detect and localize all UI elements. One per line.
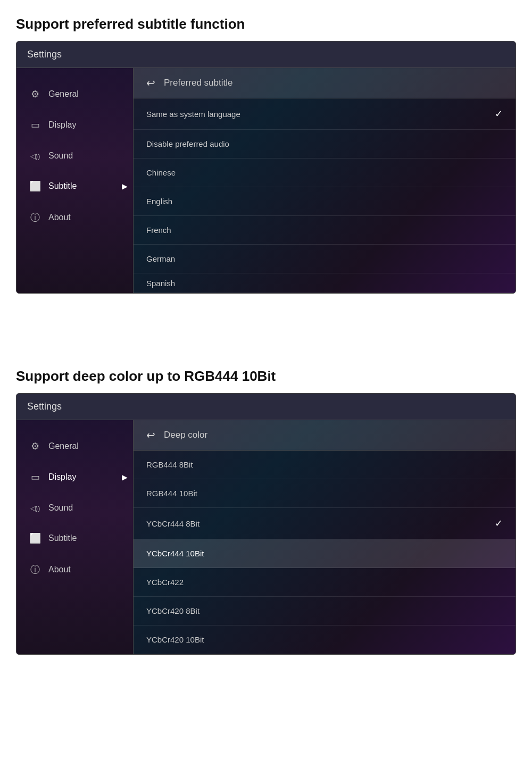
right-panel-1: ↩ Preferred subtitle Same as system lang… [134, 68, 516, 293]
settings-header-2: Settings [16, 394, 516, 420]
option-list-1: Same as system language Disable preferre… [134, 98, 516, 293]
chevron-right-icon-1: ▶ [122, 182, 128, 190]
back-button-1[interactable]: ↩ [146, 77, 155, 89]
option-list-2: RGB444 8Bit RGB444 10Bit YCbCr444 8Bit Y… [134, 451, 516, 654]
back-button-2[interactable]: ↩ [146, 429, 155, 441]
sidebar-item-sound-1[interactable]: Sound [16, 140, 133, 171]
option-label-s2-0: RGB444 8Bit [146, 460, 193, 469]
gear-icon-1 [29, 88, 41, 100]
about-icon-1 [29, 211, 41, 224]
section1: Support preferred subtitle function Sett… [16, 16, 516, 294]
option-rgb444-10bit[interactable]: RGB444 10Bit [134, 479, 516, 508]
sidebar-label-about-2: About [48, 565, 71, 574]
option-ycbcr420-10bit[interactable]: YCbCr420 10Bit [134, 625, 516, 654]
option-label-4: French [146, 226, 171, 235]
section2: Support deep color up to RGB444 10Bit Se… [16, 368, 516, 655]
settings-body-1: General Display Sound Subtitle ▶ A [16, 68, 516, 293]
sidebar-label-general-2: General [48, 441, 79, 451]
sidebar-label-general-1: General [48, 89, 79, 99]
sidebar-item-display-2[interactable]: Display ▶ [16, 462, 133, 493]
option-label-6: Spanish [146, 279, 175, 288]
settings-panel-1: Settings General Display Sound [16, 41, 516, 294]
about-icon-2 [29, 563, 41, 576]
sound-icon-1 [29, 150, 41, 161]
sound-icon-2 [29, 502, 41, 513]
option-label-s2-5: YCbCr420 8Bit [146, 606, 200, 615]
option-disable-preferred[interactable]: Disable preferred audio [134, 130, 516, 159]
option-label-1: Disable preferred audio [146, 139, 229, 148]
right-panel-title-1: Preferred subtitle [164, 78, 232, 88]
settings-header-label-2: Settings [27, 401, 62, 412]
option-label-s2-1: RGB444 10Bit [146, 489, 197, 498]
sidebar-label-sound-2: Sound [48, 503, 73, 513]
right-panel-header-1: ↩ Preferred subtitle [134, 68, 516, 98]
settings-header-label-1: Settings [27, 49, 62, 60]
option-label-0: Same as system language [146, 110, 240, 119]
settings-panel-2: Settings General Display ▶ Sound [16, 393, 516, 655]
right-panel-2: ↩ Deep color RGB444 8Bit RGB444 10Bit YC… [134, 420, 516, 654]
option-ycbcr422[interactable]: YCbCr422 [134, 568, 516, 597]
option-label-3: English [146, 197, 172, 206]
sidebar-item-general-2[interactable]: General [16, 431, 133, 462]
option-spanish[interactable]: Spanish [134, 273, 516, 293]
right-panel-title-2: Deep color [164, 430, 207, 440]
option-rgb444-8bit[interactable]: RGB444 8Bit [134, 451, 516, 479]
sidebar-item-about-2[interactable]: About [16, 554, 133, 586]
chevron-right-icon-2: ▶ [122, 473, 128, 481]
display-icon-1 [29, 119, 41, 131]
sidebar-label-display-1: Display [48, 120, 76, 130]
subtitle-icon-2 [29, 532, 41, 544]
section1-title: Support preferred subtitle function [16, 16, 516, 32]
option-german[interactable]: German [134, 245, 516, 273]
sidebar-item-general-1[interactable]: General [16, 79, 133, 110]
option-english[interactable]: English [134, 187, 516, 216]
option-ycbcr444-8bit[interactable]: YCbCr444 8Bit [134, 508, 516, 539]
right-panel-header-2: ↩ Deep color [134, 420, 516, 451]
option-ycbcr444-10bit[interactable]: YCbCr444 10Bit [134, 539, 516, 568]
option-label-2: Chinese [146, 168, 176, 177]
sidebar-label-display-2: Display [48, 472, 76, 482]
sidebar-label-subtitle-2: Subtitle [48, 533, 77, 543]
option-ycbcr420-8bit[interactable]: YCbCr420 8Bit [134, 597, 516, 625]
subtitle-icon-1 [29, 180, 41, 192]
option-label-s2-3: YCbCr444 10Bit [146, 549, 204, 558]
option-label-s2-6: YCbCr420 10Bit [146, 635, 204, 644]
option-chinese[interactable]: Chinese [134, 159, 516, 187]
settings-body-2: General Display ▶ Sound Subtitle A [16, 420, 516, 654]
sidebar-item-subtitle-1[interactable]: Subtitle ▶ [16, 171, 133, 202]
sidebar-2: General Display ▶ Sound Subtitle A [16, 420, 134, 654]
sidebar-item-sound-2[interactable]: Sound [16, 493, 133, 523]
sidebar-label-about-1: About [48, 213, 71, 222]
option-label-s2-2: YCbCr444 8Bit [146, 519, 200, 528]
option-french[interactable]: French [134, 216, 516, 245]
sidebar-item-about-1[interactable]: About [16, 202, 133, 233]
sidebar-item-display-1[interactable]: Display [16, 110, 133, 140]
section2-title: Support deep color up to RGB444 10Bit [16, 368, 516, 385]
display-icon-2 [29, 471, 41, 483]
sidebar-label-sound-1: Sound [48, 151, 73, 161]
sidebar-label-subtitle-1: Subtitle [48, 181, 77, 191]
option-label-5: German [146, 254, 175, 263]
option-same-as-system[interactable]: Same as system language [134, 98, 516, 130]
settings-header-1: Settings [16, 41, 516, 68]
gear-icon-2 [29, 440, 41, 452]
sidebar-1: General Display Sound Subtitle ▶ A [16, 68, 134, 293]
option-label-s2-4: YCbCr422 [146, 578, 184, 587]
sidebar-item-subtitle-2[interactable]: Subtitle [16, 523, 133, 554]
